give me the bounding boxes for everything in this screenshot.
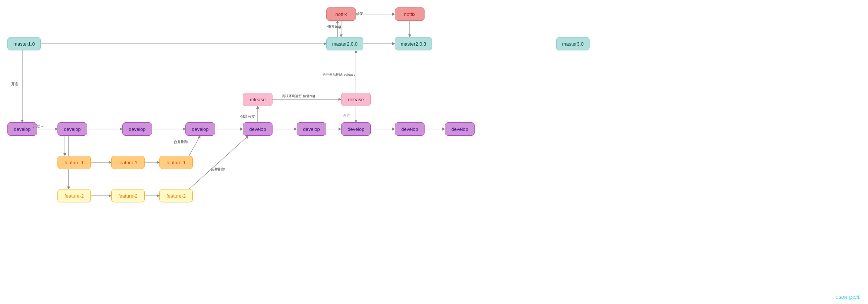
node-develop3: develop <box>122 122 152 136</box>
node-feature1b: feature-1 <box>111 156 145 169</box>
label-merge-delete-release: 合并然后删除realease <box>323 72 356 77</box>
node-master203: master2.0.3 <box>395 37 432 50</box>
node-feature2a: feature-2 <box>57 189 91 202</box>
label-merge2: 合并删除 <box>211 167 225 172</box>
node-develop5: develop <box>243 122 273 136</box>
label-fix-bug: 修复bug <box>327 24 341 29</box>
svg-line-21 <box>189 136 248 189</box>
node-develop7: develop <box>341 122 371 136</box>
node-release2: release <box>341 93 371 106</box>
node-develop4: develop <box>185 122 215 136</box>
node-master200: master2.0.0 <box>326 37 363 50</box>
node-release1: release <box>243 93 273 106</box>
node-feature2b: feature-2 <box>111 189 145 202</box>
label-merge-release: 合并 <box>343 113 350 118</box>
node-develop2: develop <box>57 122 87 136</box>
label-kaifa: 开发 <box>11 82 19 87</box>
diagram-container: master1.0 master2.0.0 master2.0.3 master… <box>0 0 868 304</box>
label-fix-hotfix: 修复→ <box>356 11 367 16</box>
node-feature1c: feature-1 <box>159 156 193 169</box>
svg-line-20 <box>189 136 200 156</box>
node-hotfix2: hotfix <box>395 7 425 21</box>
watermark: CSDN @落阳 <box>836 295 861 300</box>
arrows-svg <box>0 0 868 304</box>
node-feature1a: feature-1 <box>57 156 91 169</box>
node-develop6: develop <box>297 122 326 136</box>
node-master30: master3.0 <box>556 37 590 50</box>
node-feature2c: feature-2 <box>159 189 193 202</box>
node-hotfix1: hotfix <box>326 7 356 21</box>
label-create-branch: 创建分支 <box>240 114 255 119</box>
node-develop9: develop <box>445 122 475 136</box>
label-merge1: 合并删除 <box>174 139 188 145</box>
node-master10: master1.0 <box>7 37 41 50</box>
label-develop-kaifa: 开发→ <box>33 124 44 129</box>
label-test-env: 测试环境运行 修复bug <box>282 94 315 99</box>
node-develop8: develop <box>395 122 425 136</box>
